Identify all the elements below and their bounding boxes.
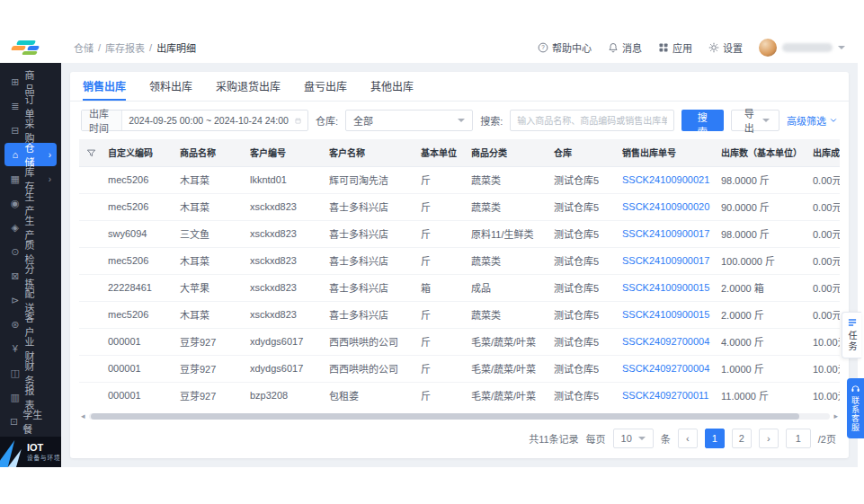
grid-icon (658, 42, 669, 53)
tasks-float-button[interactable]: 任务 (842, 312, 861, 358)
outbound-order-link[interactable]: SSCK24100900021 (617, 166, 716, 193)
table-cell: lkkntd01 (245, 166, 324, 193)
sidebar-item-生产[interactable]: ◈ 生产 › (4, 216, 57, 239)
sidebar-item-财务[interactable]: ◫ 财务 › (4, 361, 57, 385)
help-center-button[interactable]: ? 帮助中心 (538, 40, 592, 55)
advanced-filter-toggle[interactable]: 高级筛选 (787, 113, 838, 128)
outbound-order-link[interactable]: SSCK24100900015 (617, 301, 716, 328)
table-cell: 毛菜/蔬菜/叶菜 (466, 355, 548, 382)
sidebar-item-库存[interactable]: ▦ 库存 › (4, 167, 57, 190)
outbound-order-link[interactable]: SSCK24092700011 (617, 382, 716, 409)
row-leading-cell (79, 247, 102, 274)
table-cell: xsckxd823 (245, 247, 324, 274)
outbound-order-link[interactable]: SSCK24100900020 (617, 193, 716, 220)
sidebar-item-生产[interactable]: ◉ 生产 › (4, 191, 57, 215)
table-cell: 木耳菜 (174, 247, 245, 274)
chevron-down-icon (762, 119, 770, 122)
search-input[interactable] (517, 116, 667, 126)
sidebar-item-商品[interactable]: ⊞ 商品 › (4, 70, 57, 93)
user-menu[interactable] (759, 39, 845, 57)
table-cell: 斤 (415, 301, 466, 328)
chevron-down-icon (458, 119, 465, 122)
table-cell: 测试仓库5 (548, 193, 617, 220)
table-cell: 斤 (415, 247, 466, 274)
table-cell: 测试仓库5 (548, 382, 617, 409)
advanced-filter-label: 高级筛选 (787, 113, 826, 128)
page-jump-input[interactable]: 1 (786, 429, 811, 448)
sidebar-item-客户[interactable]: ⊛ 客户 › (4, 313, 57, 336)
next-page-button[interactable]: › (759, 429, 779, 448)
tab-领料出库[interactable]: 领料出库 (149, 72, 192, 101)
column-header: 客户编号 (245, 139, 324, 166)
outbound-order-link[interactable]: SSCK24092700004 (617, 328, 716, 355)
date-range-picker[interactable]: 出库时间 2024-09-25 00:00 ~ 2024-10-24 24:00 (81, 110, 308, 131)
sidebar-item-分拣[interactable]: ⊠ 分拣 › (4, 264, 57, 287)
sidebar-item-质检[interactable]: ⊙ 质检 › (4, 240, 57, 263)
menu-icon: ⊙ (10, 246, 21, 258)
table-cell: 豆芽927 (174, 355, 245, 382)
outbound-order-link[interactable]: SSCK24092700004 (617, 355, 716, 382)
tab-采购退货出库[interactable]: 采购退货出库 (216, 72, 281, 101)
export-button[interactable]: 导出 (731, 110, 779, 131)
settings-button[interactable]: 设置 (708, 40, 743, 55)
scroll-left-icon[interactable]: ◂ (81, 411, 85, 420)
contact-service-label: 联系客服 (850, 396, 861, 432)
prev-page-button[interactable]: ‹ (678, 429, 698, 448)
sidebar-item-仓储[interactable]: ⌂ 仓储 › (4, 143, 57, 166)
table-cell: 斤 (415, 355, 466, 382)
menu-icon: ◉ (10, 198, 21, 209)
outbound-order-link[interactable]: SSCK24100900015 (617, 274, 716, 301)
tab-盘亏出库[interactable]: 盘亏出库 (304, 72, 347, 101)
horizontal-scrollbar[interactable]: ◂ ▸ (81, 411, 838, 420)
export-label: 导出 (741, 106, 758, 135)
table-cell: mec5206 (102, 301, 174, 328)
sidebar-item-报表[interactable]: ▥ 报表 › (4, 385, 57, 409)
table-cell: 0.00元 (807, 166, 840, 193)
table-cell: 11.0000 斤 (716, 382, 807, 409)
brand-logo[interactable] (0, 40, 61, 56)
calendar-icon (295, 116, 301, 126)
sidebar-item-订单[interactable]: ≣ 订单 › (4, 94, 57, 118)
iot-footer-logo: IOT 设备与环境 (0, 437, 61, 467)
page-button-1[interactable]: 1 (705, 429, 725, 448)
scrollbar-thumb[interactable] (91, 413, 800, 420)
contact-service-button[interactable]: 联系客服 (847, 378, 864, 438)
table-cell: 0.00元 (807, 247, 840, 274)
menu-icon: ⊛ (10, 319, 21, 331)
table-cell: 斤 (415, 166, 466, 193)
column-header: 销售出库单号 (617, 139, 716, 166)
scroll-right-icon[interactable]: ▸ (833, 411, 838, 420)
table-cell: mec5206 (102, 247, 174, 274)
breadcrumb-item[interactable]: 库存报表 (105, 40, 145, 55)
sidebar-item-学生餐[interactable]: ⊡ 学生餐 › (4, 410, 57, 433)
tab-销售出库[interactable]: 销售出库 (83, 72, 126, 101)
table-cell: 蔬菜类 (466, 193, 548, 220)
page-button-2[interactable]: 2 (732, 429, 752, 448)
menu-icon: ⊠ (10, 270, 21, 282)
messages-button[interactable]: 消息 (608, 40, 642, 55)
table-cell: 测试仓库5 (548, 301, 617, 328)
outbound-order-link[interactable]: SSCK24100900017 (617, 247, 716, 274)
column-header: 商品名称 (174, 139, 245, 166)
tab-其他出库[interactable]: 其他出库 (370, 72, 414, 101)
table-cell: 毛菜/蔬菜/叶菜 (466, 328, 548, 355)
sidebar-item-业财[interactable]: ¥ 业财 › (4, 337, 57, 360)
table-row: mec5206木耳菜xsckxd823喜士多科兴店斤蔬菜类测试仓库5SSCK24… (79, 301, 840, 328)
outbound-order-link[interactable]: SSCK24100900017 (617, 220, 716, 247)
apps-button[interactable]: 应用 (658, 40, 692, 55)
table-cell: 2.0000 箱 (716, 274, 807, 301)
table-cell: 斤 (415, 220, 466, 247)
scrollbar-track[interactable] (89, 413, 831, 420)
page-size-select[interactable]: 10 (613, 429, 654, 448)
table-cell: 斤 (415, 382, 466, 409)
sidebar-item-采购[interactable]: ⊟ 采购 › (4, 119, 57, 142)
warehouse-select[interactable]: 全部 (345, 110, 473, 131)
search-button[interactable]: 搜索 (681, 110, 723, 131)
table-cell: 喜士多科兴店 (324, 220, 415, 247)
table-cell: 西西哄哄的公司 (324, 355, 415, 382)
table-cell: 蔬菜类 (466, 166, 548, 193)
breadcrumb-item[interactable]: 仓储 (74, 40, 94, 55)
table-row: mec5206木耳菜lkkntd01辉可司淘先洁斤蔬菜类测试仓库5SSCK241… (79, 166, 840, 193)
sidebar-item-配送[interactable]: ⊳ 配送 › (4, 288, 57, 312)
column-settings-header[interactable] (79, 139, 102, 166)
